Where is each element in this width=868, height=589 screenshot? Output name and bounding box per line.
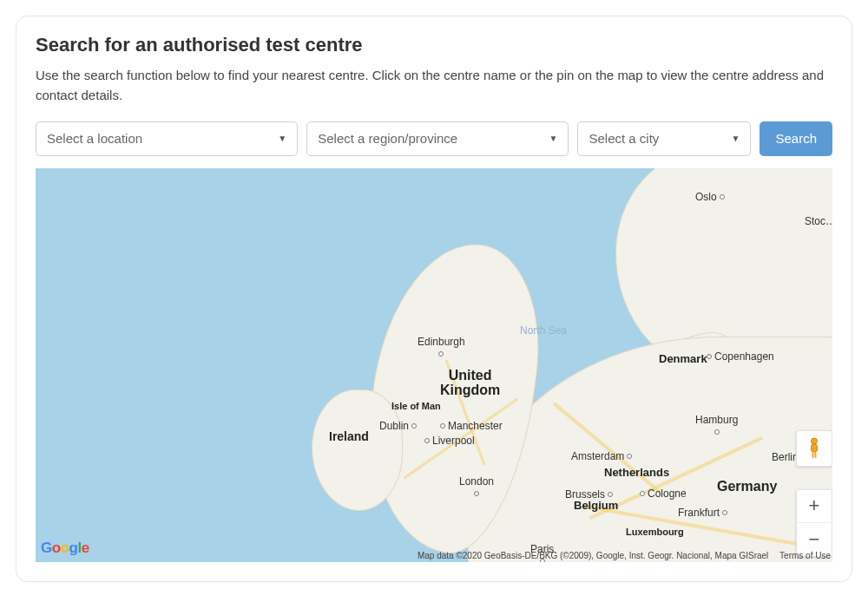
zoom-control: + − (796, 489, 832, 557)
svg-rect-3 (815, 452, 817, 458)
svg-point-0 (812, 438, 818, 444)
pegman-control[interactable] (796, 430, 832, 467)
search-card: Search for an authorised test centre Use… (16, 16, 852, 582)
svg-rect-1 (812, 444, 818, 452)
landmass (312, 389, 403, 511)
zoom-in-button[interactable]: + (797, 490, 832, 523)
chevron-down-icon: ▼ (732, 133, 740, 142)
location-select[interactable]: Select a location ▼ (36, 121, 298, 156)
pegman-icon (806, 437, 823, 460)
attribution-text: Map data ©2020 GeoBasis-DE/BKG (©2009), … (418, 551, 768, 560)
chevron-down-icon: ▼ (549, 133, 558, 142)
map-container: North Sea United Kingdom Ireland Isle of… (36, 168, 832, 562)
svg-rect-2 (812, 452, 814, 458)
map-attribution: Map data ©2020 GeoBasis-DE/BKG (©2009), … (418, 551, 831, 560)
map-canvas[interactable]: North Sea United Kingdom Ireland Isle of… (36, 168, 832, 562)
search-button[interactable]: Search (760, 121, 832, 156)
region-select[interactable]: Select a region/province ▼ (306, 121, 569, 156)
sea-label-north-sea: North Sea (520, 324, 567, 337)
page-subtitle: Use the search function below to find yo… (36, 65, 832, 106)
filter-row: Select a location ▼ Select a region/prov… (36, 121, 832, 156)
city-select-placeholder: Select a city (589, 131, 659, 146)
location-select-placeholder: Select a location (47, 131, 142, 146)
chevron-down-icon: ▼ (278, 133, 286, 142)
terms-link[interactable]: Terms of Use (779, 551, 831, 560)
page-title: Search for an authorised test centre (36, 34, 832, 56)
region-select-placeholder: Select a region/province (318, 131, 457, 146)
city-select[interactable]: Select a city ▼ (577, 121, 751, 156)
google-logo: Google (41, 540, 89, 557)
